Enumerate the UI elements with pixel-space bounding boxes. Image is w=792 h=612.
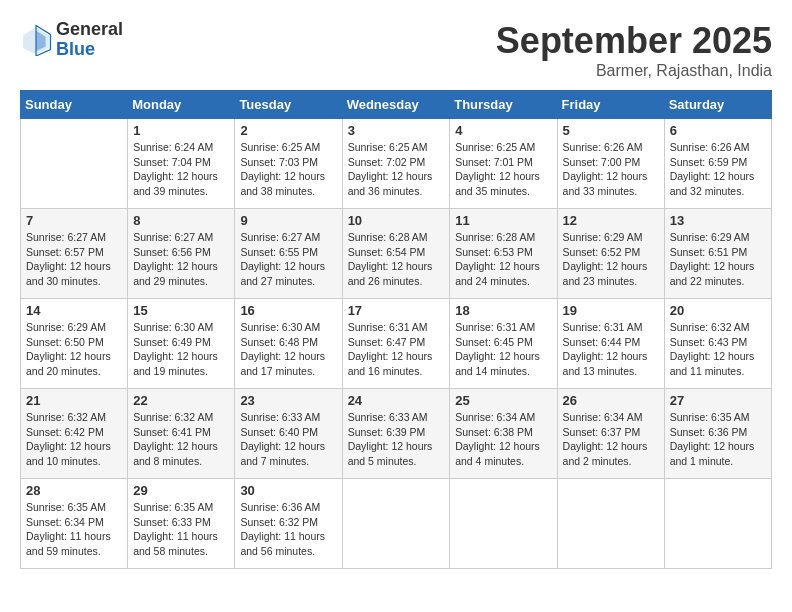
day-number: 7 xyxy=(26,213,122,228)
day-number: 15 xyxy=(133,303,229,318)
calendar-week-row: 21Sunrise: 6:32 AMSunset: 6:42 PMDayligh… xyxy=(21,389,772,479)
day-info: Sunrise: 6:31 AMSunset: 6:47 PMDaylight:… xyxy=(348,320,445,379)
day-number: 30 xyxy=(240,483,336,498)
header-day: Sunday xyxy=(21,91,128,119)
calendar-cell: 10Sunrise: 6:28 AMSunset: 6:54 PMDayligh… xyxy=(342,209,450,299)
day-info: Sunrise: 6:31 AMSunset: 6:44 PMDaylight:… xyxy=(563,320,659,379)
calendar-cell: 21Sunrise: 6:32 AMSunset: 6:42 PMDayligh… xyxy=(21,389,128,479)
calendar-cell xyxy=(557,479,664,569)
day-number: 27 xyxy=(670,393,766,408)
day-number: 20 xyxy=(670,303,766,318)
day-number: 17 xyxy=(348,303,445,318)
page-header: General Blue September 2025 Barmer, Raja… xyxy=(20,20,772,80)
calendar-cell: 3Sunrise: 6:25 AMSunset: 7:02 PMDaylight… xyxy=(342,119,450,209)
logo-blue: Blue xyxy=(56,40,123,60)
calendar-cell: 4Sunrise: 6:25 AMSunset: 7:01 PMDaylight… xyxy=(450,119,557,209)
day-info: Sunrise: 6:25 AMSunset: 7:02 PMDaylight:… xyxy=(348,140,445,199)
header-day: Thursday xyxy=(450,91,557,119)
day-number: 19 xyxy=(563,303,659,318)
calendar-cell: 11Sunrise: 6:28 AMSunset: 6:53 PMDayligh… xyxy=(450,209,557,299)
day-info: Sunrise: 6:34 AMSunset: 6:37 PMDaylight:… xyxy=(563,410,659,469)
calendar-body: 1Sunrise: 6:24 AMSunset: 7:04 PMDaylight… xyxy=(21,119,772,569)
day-number: 1 xyxy=(133,123,229,138)
day-info: Sunrise: 6:32 AMSunset: 6:43 PMDaylight:… xyxy=(670,320,766,379)
calendar-cell: 8Sunrise: 6:27 AMSunset: 6:56 PMDaylight… xyxy=(128,209,235,299)
day-info: Sunrise: 6:27 AMSunset: 6:56 PMDaylight:… xyxy=(133,230,229,289)
day-info: Sunrise: 6:30 AMSunset: 6:49 PMDaylight:… xyxy=(133,320,229,379)
day-number: 18 xyxy=(455,303,551,318)
day-number: 26 xyxy=(563,393,659,408)
calendar-cell: 15Sunrise: 6:30 AMSunset: 6:49 PMDayligh… xyxy=(128,299,235,389)
calendar-cell: 5Sunrise: 6:26 AMSunset: 7:00 PMDaylight… xyxy=(557,119,664,209)
day-info: Sunrise: 6:31 AMSunset: 6:45 PMDaylight:… xyxy=(455,320,551,379)
calendar-cell: 23Sunrise: 6:33 AMSunset: 6:40 PMDayligh… xyxy=(235,389,342,479)
day-number: 21 xyxy=(26,393,122,408)
calendar-cell: 20Sunrise: 6:32 AMSunset: 6:43 PMDayligh… xyxy=(664,299,771,389)
calendar-header: SundayMondayTuesdayWednesdayThursdayFrid… xyxy=(21,91,772,119)
calendar-cell: 9Sunrise: 6:27 AMSunset: 6:55 PMDaylight… xyxy=(235,209,342,299)
header-row: SundayMondayTuesdayWednesdayThursdayFrid… xyxy=(21,91,772,119)
day-info: Sunrise: 6:25 AMSunset: 7:03 PMDaylight:… xyxy=(240,140,336,199)
title-block: September 2025 Barmer, Rajasthan, India xyxy=(496,20,772,80)
day-number: 14 xyxy=(26,303,122,318)
logo-text: General Blue xyxy=(56,20,123,60)
day-info: Sunrise: 6:35 AMSunset: 6:34 PMDaylight:… xyxy=(26,500,122,559)
calendar-cell: 1Sunrise: 6:24 AMSunset: 7:04 PMDaylight… xyxy=(128,119,235,209)
calendar-cell: 29Sunrise: 6:35 AMSunset: 6:33 PMDayligh… xyxy=(128,479,235,569)
day-number: 5 xyxy=(563,123,659,138)
day-info: Sunrise: 6:34 AMSunset: 6:38 PMDaylight:… xyxy=(455,410,551,469)
day-number: 8 xyxy=(133,213,229,228)
day-info: Sunrise: 6:28 AMSunset: 6:54 PMDaylight:… xyxy=(348,230,445,289)
day-info: Sunrise: 6:33 AMSunset: 6:39 PMDaylight:… xyxy=(348,410,445,469)
day-number: 29 xyxy=(133,483,229,498)
day-info: Sunrise: 6:36 AMSunset: 6:32 PMDaylight:… xyxy=(240,500,336,559)
calendar-cell xyxy=(21,119,128,209)
day-number: 3 xyxy=(348,123,445,138)
logo-general: General xyxy=(56,20,123,40)
day-number: 13 xyxy=(670,213,766,228)
header-day: Monday xyxy=(128,91,235,119)
header-day: Friday xyxy=(557,91,664,119)
calendar-cell: 26Sunrise: 6:34 AMSunset: 6:37 PMDayligh… xyxy=(557,389,664,479)
day-number: 10 xyxy=(348,213,445,228)
day-info: Sunrise: 6:32 AMSunset: 6:41 PMDaylight:… xyxy=(133,410,229,469)
day-info: Sunrise: 6:27 AMSunset: 6:55 PMDaylight:… xyxy=(240,230,336,289)
calendar-cell: 25Sunrise: 6:34 AMSunset: 6:38 PMDayligh… xyxy=(450,389,557,479)
day-info: Sunrise: 6:30 AMSunset: 6:48 PMDaylight:… xyxy=(240,320,336,379)
calendar-week-row: 28Sunrise: 6:35 AMSunset: 6:34 PMDayligh… xyxy=(21,479,772,569)
day-number: 2 xyxy=(240,123,336,138)
day-info: Sunrise: 6:24 AMSunset: 7:04 PMDaylight:… xyxy=(133,140,229,199)
month-title: September 2025 xyxy=(496,20,772,62)
calendar-week-row: 7Sunrise: 6:27 AMSunset: 6:57 PMDaylight… xyxy=(21,209,772,299)
header-day: Tuesday xyxy=(235,91,342,119)
calendar-week-row: 1Sunrise: 6:24 AMSunset: 7:04 PMDaylight… xyxy=(21,119,772,209)
day-info: Sunrise: 6:29 AMSunset: 6:51 PMDaylight:… xyxy=(670,230,766,289)
day-number: 11 xyxy=(455,213,551,228)
calendar-cell: 13Sunrise: 6:29 AMSunset: 6:51 PMDayligh… xyxy=(664,209,771,299)
calendar-cell xyxy=(450,479,557,569)
day-info: Sunrise: 6:27 AMSunset: 6:57 PMDaylight:… xyxy=(26,230,122,289)
calendar-cell: 22Sunrise: 6:32 AMSunset: 6:41 PMDayligh… xyxy=(128,389,235,479)
day-info: Sunrise: 6:29 AMSunset: 6:50 PMDaylight:… xyxy=(26,320,122,379)
calendar-cell: 27Sunrise: 6:35 AMSunset: 6:36 PMDayligh… xyxy=(664,389,771,479)
day-info: Sunrise: 6:32 AMSunset: 6:42 PMDaylight:… xyxy=(26,410,122,469)
day-number: 22 xyxy=(133,393,229,408)
calendar-cell: 2Sunrise: 6:25 AMSunset: 7:03 PMDaylight… xyxy=(235,119,342,209)
calendar-cell: 18Sunrise: 6:31 AMSunset: 6:45 PMDayligh… xyxy=(450,299,557,389)
day-number: 28 xyxy=(26,483,122,498)
day-number: 24 xyxy=(348,393,445,408)
calendar-cell: 14Sunrise: 6:29 AMSunset: 6:50 PMDayligh… xyxy=(21,299,128,389)
day-info: Sunrise: 6:25 AMSunset: 7:01 PMDaylight:… xyxy=(455,140,551,199)
calendar-cell: 30Sunrise: 6:36 AMSunset: 6:32 PMDayligh… xyxy=(235,479,342,569)
day-number: 4 xyxy=(455,123,551,138)
day-number: 16 xyxy=(240,303,336,318)
day-info: Sunrise: 6:26 AMSunset: 6:59 PMDaylight:… xyxy=(670,140,766,199)
day-info: Sunrise: 6:26 AMSunset: 7:00 PMDaylight:… xyxy=(563,140,659,199)
calendar-cell: 28Sunrise: 6:35 AMSunset: 6:34 PMDayligh… xyxy=(21,479,128,569)
calendar-cell: 24Sunrise: 6:33 AMSunset: 6:39 PMDayligh… xyxy=(342,389,450,479)
calendar-week-row: 14Sunrise: 6:29 AMSunset: 6:50 PMDayligh… xyxy=(21,299,772,389)
calendar-cell: 16Sunrise: 6:30 AMSunset: 6:48 PMDayligh… xyxy=(235,299,342,389)
calendar-table: SundayMondayTuesdayWednesdayThursdayFrid… xyxy=(20,90,772,569)
day-number: 9 xyxy=(240,213,336,228)
calendar-cell xyxy=(342,479,450,569)
